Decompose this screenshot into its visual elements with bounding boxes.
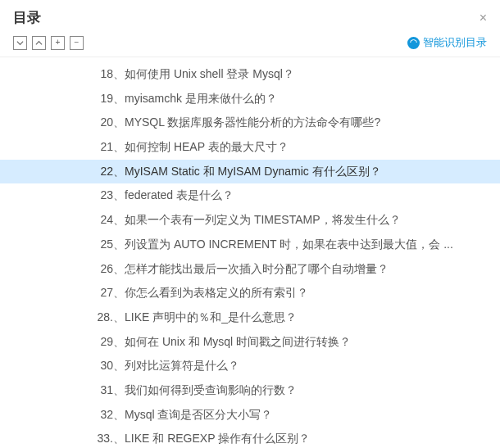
toc-item[interactable]: 21、如何控制 HEAP 表的最大尺寸？ xyxy=(0,135,500,160)
close-icon[interactable]: × xyxy=(480,11,487,25)
toc-item-text: 列设置为 AUTO INCREMENT 时，如果在表中达到最大值，会 ... xyxy=(125,236,492,254)
toc-item[interactable]: 23、federated 表是什么？ xyxy=(0,183,500,208)
toc-item-number: 26、 xyxy=(97,260,125,278)
toc-item-number: 29、 xyxy=(97,333,125,351)
toc-item[interactable]: 27、你怎么看到为表格定义的所有索引？ xyxy=(0,281,500,305)
toc-item-text: 怎样才能找出最后一次插入时分配了哪个自动增量？ xyxy=(125,260,492,278)
toc-item-text: MYSQL 数据库服务器性能分析的方法命令有哪些? xyxy=(125,114,492,132)
toc-item[interactable]: 29、如何在 Unix 和 Mysql 时间戳之间进行转换？ xyxy=(0,330,500,355)
toc-item-number: 31、 xyxy=(97,382,125,400)
smart-badge-icon xyxy=(407,37,420,49)
toc-item[interactable]: 33.、LIKE 和 REGEXP 操作有什么区别？ xyxy=(0,427,500,448)
toc-item[interactable]: 32、Mysql 查询是否区分大小写？ xyxy=(0,403,500,428)
toc-item[interactable]: 25、列设置为 AUTO INCREMENT 时，如果在表中达到最大值，会 ..… xyxy=(0,233,500,257)
chevron-down-icon xyxy=(16,39,24,47)
toc-list[interactable]: 18、如何使用 Unix shell 登录 Mysql？19、 myisamch… xyxy=(0,57,500,448)
toc-item-number: 23、 xyxy=(97,187,125,205)
toc-item-text: 我们如何得到受查询影响的行数？ xyxy=(125,382,492,400)
toc-item-text: 如何使用 Unix shell 登录 Mysql？ xyxy=(125,66,492,84)
toc-item[interactable]: 18、如何使用 Unix shell 登录 Mysql？ xyxy=(0,62,500,87)
toc-item[interactable]: 20、MYSQL 数据库服务器性能分析的方法命令有哪些? xyxy=(0,111,500,135)
toc-item-number: 28.、 xyxy=(97,309,125,327)
toc-item-text: federated 表是什么？ xyxy=(125,187,492,205)
toc-item-text: 如何在 Unix 和 Mysql 时间戳之间进行转换？ xyxy=(125,333,492,351)
chevron-up-icon xyxy=(35,39,43,47)
toc-item-number: 24、 xyxy=(97,211,125,229)
toc-item[interactable]: 19、 myisamchk 是用来做什么的？ xyxy=(0,87,500,111)
smart-recognize-label: 智能识别目录 xyxy=(423,35,487,50)
zoom-out-button[interactable]: − xyxy=(70,36,84,50)
toc-item-number: 30、 xyxy=(97,357,125,375)
toc-item-text: MyISAM Static 和 MyISAM Dynamic 有什么区别？ xyxy=(125,163,492,181)
toc-item[interactable]: 31、我们如何得到受查询影响的行数？ xyxy=(0,378,500,403)
toc-panel: 目录 × + − 智能识别目录 18、如何使用 Unix shell 登录 My… xyxy=(0,0,500,448)
expand-all-button[interactable] xyxy=(13,36,27,50)
panel-header: 目录 × xyxy=(0,0,500,32)
toc-item[interactable]: 28.、LIKE 声明中的％和_是什么意思？ xyxy=(0,305,500,330)
zoom-in-button[interactable]: + xyxy=(51,36,65,50)
toc-item-text: 如果一个表有一列定义为 TIMESTAMP，将发生什么？ xyxy=(125,211,492,229)
toc-item-number: 33.、 xyxy=(97,430,125,448)
toc-item-number: 21、 xyxy=(97,138,125,156)
toc-item-number: 18、 xyxy=(97,66,125,84)
toc-item-text: 列对比运算符是什么？ xyxy=(125,357,492,375)
toolbar-left: + − xyxy=(13,36,84,50)
toc-item[interactable]: 26、怎样才能找出最后一次插入时分配了哪个自动增量？ xyxy=(0,257,500,282)
toc-item-text: 如何控制 HEAP 表的最大尺寸？ xyxy=(125,138,492,156)
toc-item[interactable]: 30、列对比运算符是什么？ xyxy=(0,354,500,378)
toc-item-number: 27、 xyxy=(97,284,125,302)
toc-item-number: 22、 xyxy=(97,163,125,181)
toc-item[interactable]: 24、如果一个表有一列定义为 TIMESTAMP，将发生什么？ xyxy=(0,208,500,233)
toolbar: + − 智能识别目录 xyxy=(0,32,500,57)
toc-item-text: 你怎么看到为表格定义的所有索引？ xyxy=(125,284,492,302)
toc-item-number: 20、 xyxy=(97,114,125,132)
toc-item-number: 32、 xyxy=(97,406,125,424)
toc-item-text: LIKE 声明中的％和_是什么意思？ xyxy=(125,309,492,327)
toc-item[interactable]: 22、MyISAM Static 和 MyISAM Dynamic 有什么区别？ xyxy=(0,160,500,184)
toc-item-text: myisamchk 是用来做什么的？ xyxy=(125,90,492,108)
toc-item-text: LIKE 和 REGEXP 操作有什么区别？ xyxy=(125,430,492,448)
collapse-all-button[interactable] xyxy=(32,36,46,50)
toc-item-number: 19、 xyxy=(97,90,125,108)
panel-title: 目录 xyxy=(13,8,41,27)
smart-recognize-button[interactable]: 智能识别目录 xyxy=(407,35,487,50)
toc-item-text: Mysql 查询是否区分大小写？ xyxy=(125,406,492,424)
toc-item-number: 25、 xyxy=(97,236,125,254)
